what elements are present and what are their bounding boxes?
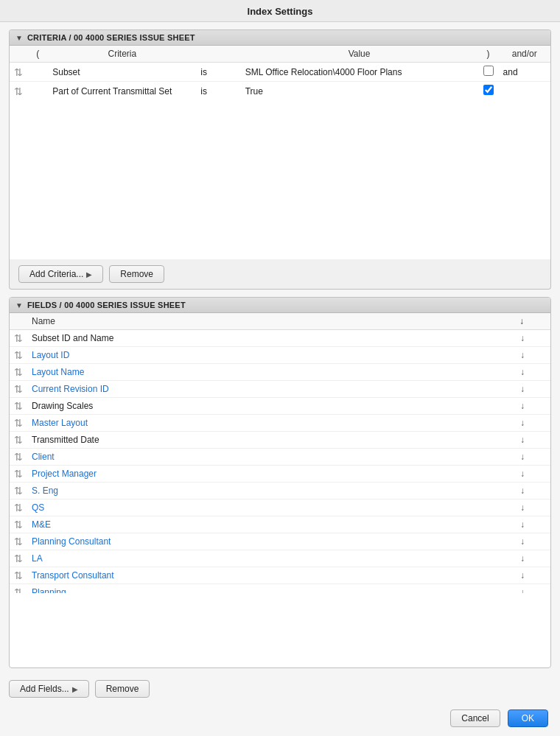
criteria-row: ⇅ Part of Current Transmittal Set is Tru… (10, 82, 550, 101)
field-arrow-cell: ↓ (515, 449, 530, 466)
fields-row: ⇅ Project Manager ↓ (10, 466, 550, 483)
field-extra-cell (530, 449, 550, 466)
footer-bar: Cancel OK (0, 704, 560, 736)
fields-sort-handle[interactable]: ⇅ (10, 330, 27, 347)
checkbox-cell[interactable] (477, 63, 498, 82)
field-extra-cell (530, 550, 550, 567)
fields-row: ⇅ Layout ID ↓ (10, 347, 550, 364)
is-cell: is (196, 63, 240, 82)
fields-sort-handle[interactable]: ⇅ (10, 347, 27, 364)
field-name-cell: M&E (27, 516, 515, 533)
field-name-cell: Transport Consultant (27, 567, 515, 584)
fields-sort-handle[interactable]: ⇅ (10, 364, 27, 381)
col-header-paren-close: ) (477, 46, 498, 63)
value-cell: True (241, 82, 478, 101)
fields-sort-handle[interactable]: ⇅ (10, 567, 27, 584)
fields-section-header: ▼ FIELDS / 00 4000 SERIES ISSUE SHEET (10, 298, 550, 313)
fields-row: ⇅ S. Eng ↓ (10, 483, 550, 500)
criteria-cell: Subset (48, 63, 196, 82)
remove-fields-button[interactable]: Remove (95, 680, 150, 698)
cancel-button[interactable]: Cancel (450, 709, 500, 727)
fields-sort-handle[interactable]: ⇅ (10, 466, 27, 483)
field-arrow-cell: ↓ (515, 415, 530, 432)
andor-cell: and (499, 63, 550, 82)
field-extra-cell (530, 567, 550, 584)
field-name-cell: Drawing Scales (27, 398, 515, 415)
fields-sort-handle[interactable]: ⇅ (10, 500, 27, 516)
cancel-label: Cancel (461, 713, 489, 723)
field-extra-cell (530, 584, 550, 594)
field-extra-cell (530, 516, 550, 533)
row-checkbox[interactable] (483, 66, 494, 76)
fields-btn-bar: Add Fields... ▶ Remove (0, 676, 560, 704)
criteria-section-header: ▼ CRITERIA / 00 4000 SERIES ISSUE SHEET (10, 30, 550, 46)
value-cell: SML Office Relocation\4000 Floor Plans (241, 63, 478, 82)
fields-row: ⇅ Client ↓ (10, 449, 550, 466)
col-header-paren-open: ( (27, 46, 48, 63)
fields-chevron-icon[interactable]: ▼ (15, 301, 23, 309)
add-criteria-label: Add Criteria... (29, 269, 83, 279)
field-name-cell: Current Revision ID (27, 381, 515, 398)
sort-handle[interactable]: ⇅ (10, 82, 27, 101)
fields-section-label: FIELDS / 00 4000 SERIES ISSUE SHEET (27, 301, 186, 309)
field-arrow-cell: ↓ (515, 364, 530, 381)
andor-cell (499, 82, 550, 101)
field-arrow-cell: ↓ (515, 550, 530, 567)
fields-sort-handle[interactable]: ⇅ (10, 550, 27, 567)
field-extra-cell (530, 398, 550, 415)
criteria-table: ( Criteria Value ) and/or ⇅ Subset is SM… (10, 46, 550, 100)
criteria-section-label: CRITERIA / 00 4000 SERIES ISSUE SHEET (27, 33, 195, 42)
fields-sort-handle[interactable]: ⇅ (10, 415, 27, 432)
fields-table: Name ↓ ⇅ Subset ID and Name ↓ ⇅ Layout I… (10, 313, 550, 593)
field-arrow-cell: ↓ (515, 330, 530, 347)
field-name-cell: Project Manager (27, 466, 515, 483)
criteria-cell: Part of Current Transmittal Set (48, 82, 196, 101)
dialog-title: Index Settings (0, 0, 560, 22)
remove-criteria-button[interactable]: Remove (109, 265, 164, 283)
field-name-cell: LA (27, 550, 515, 567)
fields-sort-handle[interactable]: ⇅ (10, 584, 27, 594)
field-name-cell: Planning (27, 584, 515, 594)
criteria-chevron-icon[interactable]: ▼ (15, 34, 23, 42)
checkbox-cell[interactable] (477, 82, 498, 101)
fields-row: ⇅ Planning Consultant ↓ (10, 533, 550, 550)
col-header-name: Name (27, 313, 515, 330)
field-extra-cell (530, 330, 550, 347)
criteria-section: ▼ CRITERIA / 00 4000 SERIES ISSUE SHEET … (9, 29, 551, 259)
criteria-area: ( Criteria Value ) and/or ⇅ Subset is SM… (10, 46, 550, 259)
field-name-cell: Transmitted Date (27, 432, 515, 449)
col-header-criteria: Criteria (48, 46, 196, 63)
field-extra-cell (530, 381, 550, 398)
field-arrow-cell: ↓ (515, 500, 530, 516)
ok-button[interactable]: OK (508, 709, 548, 727)
field-name-cell: S. Eng (27, 483, 515, 500)
field-name-cell: Master Layout (27, 415, 515, 432)
col-header-value: Value (241, 46, 478, 63)
field-name-cell: Layout ID (27, 347, 515, 364)
sort-handle[interactable]: ⇅ (10, 63, 27, 82)
criteria-row: ⇅ Subset is SML Office Relocation\4000 F… (10, 63, 550, 82)
fields-sort-handle[interactable]: ⇅ (10, 483, 27, 500)
fields-sort-handle[interactable]: ⇅ (10, 516, 27, 533)
paren-open-cell (27, 82, 48, 101)
row-checkbox[interactable] (483, 85, 494, 95)
fields-sort-handle[interactable]: ⇅ (10, 398, 27, 415)
fields-row: ⇅ QS ↓ (10, 500, 550, 516)
fields-sort-handle[interactable]: ⇅ (10, 381, 27, 398)
fields-sort-handle[interactable]: ⇅ (10, 432, 27, 449)
add-fields-button[interactable]: Add Fields... ▶ (9, 680, 89, 698)
col-header-sort (10, 313, 27, 330)
field-name-cell: Planning Consultant (27, 533, 515, 550)
add-fields-label: Add Fields... (20, 684, 69, 694)
fields-sort-handle[interactable]: ⇅ (10, 449, 27, 466)
add-fields-chevron-icon: ▶ (72, 685, 78, 693)
field-extra-cell (530, 483, 550, 500)
fields-row: ⇅ M&E ↓ (10, 516, 550, 533)
field-extra-cell (530, 415, 550, 432)
fields-row: ⇅ Subset ID and Name ↓ (10, 330, 550, 347)
fields-sort-handle[interactable]: ⇅ (10, 533, 27, 550)
col-header-andor: and/or (499, 46, 550, 63)
field-arrow-cell: ↓ (515, 347, 530, 364)
add-criteria-button[interactable]: Add Criteria... ▶ (18, 265, 103, 283)
field-arrow-cell: ↓ (515, 466, 530, 483)
